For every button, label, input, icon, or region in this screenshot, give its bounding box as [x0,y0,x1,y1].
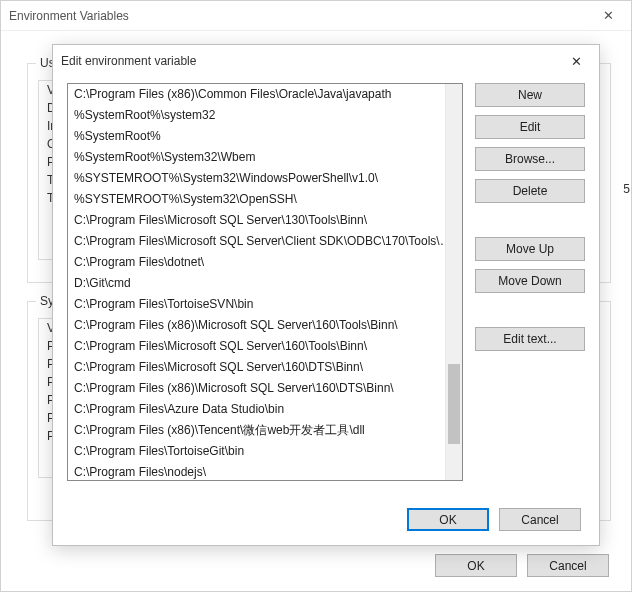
move-down-button[interactable]: Move Down [475,269,585,293]
list-item[interactable]: C:\Program Files (x86)\Tencent\微信web开发者工… [68,420,462,441]
side-buttons: New Edit Browse... Delete Move Up Move D… [475,83,585,351]
parent-titlebar: Environment Variables ✕ [1,1,631,31]
edit-env-var-dialog: Edit environment variable ✕ C:\Program F… [52,44,600,546]
list-item[interactable]: %SystemRoot%\system32 [68,105,462,126]
parent-title: Environment Variables [9,9,593,23]
close-icon[interactable]: ✕ [593,8,623,23]
modal-body: C:\Program Files (x86)\Common Files\Orac… [67,83,585,495]
list-item[interactable]: D:\Git\cmd [68,273,462,294]
list-item[interactable]: C:\Program Files\TortoiseGit\bin [68,441,462,462]
list-item[interactable]: %SYSTEMROOT%\System32\OpenSSH\ [68,189,462,210]
scrollbar-thumb[interactable] [448,364,460,444]
list-item[interactable]: C:\Program Files\TortoiseSVN\bin [68,294,462,315]
close-icon[interactable]: ✕ [561,54,591,69]
modal-footer: OK Cancel [407,508,581,531]
modal-title: Edit environment variable [61,54,561,68]
list-item[interactable]: C:\Program Files\nodejs\ [68,462,462,480]
list-item[interactable]: C:\Program Files\dotnet\ [68,252,462,273]
list-item[interactable]: C:\Program Files\Microsoft SQL Server\16… [68,357,462,378]
parent-cancel-button[interactable]: Cancel [527,554,609,577]
move-up-button[interactable]: Move Up [475,237,585,261]
list-item[interactable]: C:\Program Files (x86)\Common Files\Orac… [68,84,462,105]
list-item[interactable]: %SystemRoot%\System32\Wbem [68,147,462,168]
edit-text-button[interactable]: Edit text... [475,327,585,351]
edge-text: 5 [623,182,630,196]
list-item[interactable]: C:\Program Files (x86)\Microsoft SQL Ser… [68,378,462,399]
parent-footer-buttons: OK Cancel [435,554,609,577]
list-item[interactable]: C:\Program Files\Azure Data Studio\bin [68,399,462,420]
parent-ok-button[interactable]: OK [435,554,517,577]
scrollbar[interactable] [445,84,462,480]
ok-button[interactable]: OK [407,508,489,531]
new-button[interactable]: New [475,83,585,107]
cancel-button[interactable]: Cancel [499,508,581,531]
path-listbox[interactable]: C:\Program Files (x86)\Common Files\Orac… [67,83,463,481]
list-item[interactable]: %SYSTEMROOT%\System32\WindowsPowerShell\… [68,168,462,189]
edit-button[interactable]: Edit [475,115,585,139]
list-item[interactable]: C:\Program Files\Microsoft SQL Server\13… [68,210,462,231]
delete-button[interactable]: Delete [475,179,585,203]
list-item[interactable]: C:\Program Files\Microsoft SQL Server\16… [68,336,462,357]
list-item[interactable]: C:\Program Files\Microsoft SQL Server\Cl… [68,231,462,252]
list-item[interactable]: C:\Program Files (x86)\Microsoft SQL Ser… [68,315,462,336]
list-item[interactable]: %SystemRoot% [68,126,462,147]
browse-button[interactable]: Browse... [475,147,585,171]
modal-titlebar: Edit environment variable ✕ [53,45,599,77]
path-list-scroll[interactable]: C:\Program Files (x86)\Common Files\Orac… [68,84,462,480]
